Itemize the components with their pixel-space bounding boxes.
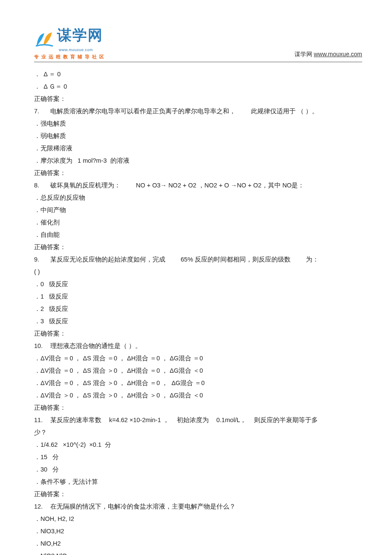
option-line: ．NlO3,H2 — [34, 525, 362, 538]
option-line: ．15 分 — [34, 451, 362, 463]
question-stem: 9.某反应无论反应物的起始浓度如何，完成65% 反应的时间都相同，则反应的级数为… — [34, 253, 362, 266]
option-line: ．NlO3,NlO — [34, 550, 362, 555]
question-text: 理想液态混合物的通性是（ ）。 — [50, 340, 362, 352]
answer-label: 正确答案： — [34, 488, 362, 500]
page-header: 谋学网 www.mouxue.com 专业远程教育辅导社区 谋学网 www.mo… — [34, 26, 362, 62]
question-text: 某反应无论反应物的起始浓度如何，完成65% 反应的时间都相同，则反应的级数为： — [50, 253, 362, 266]
question-stem-tail: ( ) — [34, 266, 362, 278]
question-stem: 10.理想液态混合物的通性是（ ）。 — [34, 340, 362, 352]
option-line: ．2 级反应 — [34, 303, 362, 315]
logo-subtitle: www.mouxue.com — [59, 48, 93, 52]
option-line: ．30 分 — [34, 463, 362, 476]
option-line: ．摩尔浓度为 1 mol?m-3 的溶液 — [34, 155, 362, 167]
question-text: 破坏臭氧的反应机理为：NO + O3→ NO2 + O2 ，NO2 + O →N… — [50, 179, 362, 192]
option-line: ．ΔV混合 ＝0 ， ΔS 混合 ＞0 ， ΔH混合 ＝0 ， ΔG混合 ＝0 — [34, 377, 362, 389]
option-line: ．中间产物 — [34, 204, 362, 216]
question-stem: 12.在无隔膜的情况下，电解冷的食盐水溶液，主要电解产物是什么？ — [34, 500, 362, 513]
question-stem: 7.电解质溶液的摩尔电导率可以看作是正负离子的摩尔电导率之和，此规律仅适用于 （… — [34, 105, 362, 118]
header-right: 谋学网 www.mouxue.com — [294, 51, 362, 60]
question-stem: 11.某反应的速率常数k=4.62 ×10-2min-1 ，初始浓度为0.1mo… — [34, 414, 362, 426]
option-line: ．催化剂 — [34, 216, 362, 229]
option-line: ．弱电解质 — [34, 130, 362, 142]
option-line: ．1 级反应 — [34, 290, 362, 303]
question-stem: 8.破坏臭氧的反应机理为：NO + O3→ NO2 + O2 ，NO2 + O … — [34, 179, 362, 192]
option-line: ．条件不够，无法计算 — [34, 476, 362, 488]
question-number: 7. — [34, 105, 50, 118]
option-line: ．总反应的反应物 — [34, 192, 362, 204]
logo-leaf-icon — [34, 31, 55, 48]
option-line: ．ΔV混合 ＞0 ， ΔS 混合 ＞0 ， ΔH混合 ＞0 ， ΔG混合 ＜0 — [34, 389, 362, 402]
option-line: ．无限稀溶液 — [34, 142, 362, 155]
option-line: ．1/4.62 ×10^(-2) ×0.1 分 — [34, 439, 362, 451]
option-line: ．NOH, H2, I2 — [34, 513, 362, 525]
option-line: ．NlO,H2 — [34, 538, 362, 550]
option-line: ．ΔV混合 ＝0 ， ΔS 混合 ＝0 ， ΔH混合 ＝0 ， ΔG混合 ＝0 — [34, 352, 362, 365]
question-number: 12. — [34, 500, 50, 513]
text-line: 正确答案： — [34, 93, 362, 105]
logo-tagline: 专业远程教育辅导社区 — [34, 54, 107, 60]
answer-label: 正确答案： — [34, 241, 362, 253]
question-number: 9. — [34, 253, 50, 266]
option-line: ．强电解质 — [34, 118, 362, 130]
option-line: ．3 级反应 — [34, 315, 362, 328]
option-line: ．ΔV混合 ＝0 ， ΔS 混合 ＞0 ， ΔH混合 ＝0 ， ΔG混合 ＜0 — [34, 365, 362, 377]
text-line: ． Δ Ｇ＝ 0 — [34, 81, 362, 93]
question-number: 8. — [34, 179, 50, 192]
question-text: 在无隔膜的情况下，电解冷的食盐水溶液，主要电解产物是什么？ — [50, 500, 362, 513]
answer-label: 正确答案： — [34, 402, 362, 414]
question-number: 10. — [34, 340, 50, 352]
option-line: ．0 级反应 — [34, 278, 362, 290]
answer-label: 正确答案： — [34, 328, 362, 340]
question-number: 11. — [34, 414, 50, 426]
question-text: 某反应的速率常数k=4.62 ×10-2min-1 ，初始浓度为0.1mol/L… — [50, 414, 362, 426]
document-body: ． Δ ＝ 0． Δ Ｇ＝ 0正确答案： 7.电解质溶液的摩尔电导率可以看作是正… — [34, 68, 362, 555]
header-right-label: 谋学网 — [294, 51, 312, 58]
option-line: ．自由能 — [34, 229, 362, 241]
question-text: 电解质溶液的摩尔电导率可以看作是正负离子的摩尔电导率之和，此规律仅适用于 （ ）… — [50, 105, 362, 118]
question-stem-tail: 少？ — [34, 426, 362, 439]
header-url-link[interactable]: www.mouxue.com — [314, 51, 362, 58]
answer-label: 正确答案： — [34, 167, 362, 179]
logo-block: 谋学网 www.mouxue.com 专业远程教育辅导社区 — [34, 26, 107, 60]
text-line: ． Δ ＝ 0 — [34, 68, 362, 81]
logo-title: 谋学网 — [57, 27, 103, 43]
